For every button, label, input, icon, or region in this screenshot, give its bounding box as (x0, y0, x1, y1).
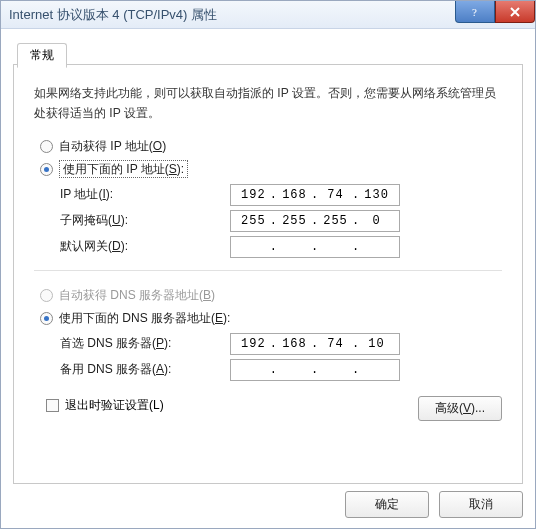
radio-icon (40, 140, 53, 153)
alt-dns-label: 备用 DNS 服务器(A): (60, 361, 230, 378)
titlebar[interactable]: Internet 协议版本 4 (TCP/IPv4) 属性 ? (1, 1, 535, 29)
subnet-mask-input[interactable]: 255. 255. 255. 0 (230, 210, 400, 232)
window-buttons: ? (455, 1, 535, 23)
ip-address-label: IP 地址(I): (60, 186, 230, 203)
window-title: Internet 协议版本 4 (TCP/IPv4) 属性 (9, 6, 217, 24)
alt-dns-input[interactable]: . . . (230, 359, 400, 381)
close-button[interactable] (495, 1, 535, 23)
dialog-window: Internet 协议版本 4 (TCP/IPv4) 属性 ? 常规 如果网络支… (0, 0, 536, 529)
pref-dns-row: 首选 DNS 服务器(P): 192. 168. 74. 10 (60, 333, 502, 355)
radio-icon (40, 163, 53, 176)
radio-manual-dns-label: 使用下面的 DNS 服务器地址(E): (59, 310, 230, 327)
pref-dns-label: 首选 DNS 服务器(P): (60, 335, 230, 352)
radio-auto-dns: 自动获得 DNS 服务器地址(B) (40, 287, 502, 304)
tab-strip: 常规 (13, 39, 523, 63)
help-button[interactable]: ? (455, 1, 495, 23)
tab-general[interactable]: 常规 (17, 43, 67, 68)
cancel-button[interactable]: 取消 (439, 491, 523, 518)
dns-group: 自动获得 DNS 服务器地址(B) 使用下面的 DNS 服务器地址(E): 首选… (34, 270, 502, 381)
gateway-input[interactable]: . . . (230, 236, 400, 258)
tab-panel: 如果网络支持此功能，则可以获取自动指派的 IP 设置。否则，您需要从网络系统管理… (13, 64, 523, 484)
radio-auto-ip-label: 自动获得 IP 地址(O) (59, 138, 166, 155)
ip-address-row: IP 地址(I): 192. 168. 74. 130 (60, 184, 502, 206)
radio-auto-dns-label: 自动获得 DNS 服务器地址(B) (59, 287, 215, 304)
ok-button[interactable]: 确定 (345, 491, 429, 518)
svg-text:?: ? (472, 6, 477, 18)
checkbox-icon (46, 399, 59, 412)
dialog-body: 常规 如果网络支持此功能，则可以获取自动指派的 IP 设置。否则，您需要从网络系… (1, 29, 535, 493)
advanced-button[interactable]: 高级(V)... (418, 396, 502, 421)
radio-manual-ip[interactable]: 使用下面的 IP 地址(S): (40, 161, 502, 178)
pref-dns-input[interactable]: 192. 168. 74. 10 (230, 333, 400, 355)
gateway-label: 默认网关(D): (60, 238, 230, 255)
radio-auto-ip[interactable]: 自动获得 IP 地址(O) (40, 138, 502, 155)
ip-group: 自动获得 IP 地址(O) 使用下面的 IP 地址(S): IP 地址(I): (34, 138, 502, 258)
gateway-row: 默认网关(D): . . . (60, 236, 502, 258)
radio-manual-ip-label: 使用下面的 IP 地址(S): (59, 161, 188, 178)
alt-dns-row: 备用 DNS 服务器(A): . . . (60, 359, 502, 381)
subnet-mask-row: 子网掩码(U): 255. 255. 255. 0 (60, 210, 502, 232)
validate-label: 退出时验证设置(L) (65, 397, 164, 414)
description-text: 如果网络支持此功能，则可以获取自动指派的 IP 设置。否则，您需要从网络系统管理… (34, 83, 502, 124)
radio-manual-dns[interactable]: 使用下面的 DNS 服务器地址(E): (40, 310, 502, 327)
radio-icon (40, 289, 53, 302)
ip-address-input[interactable]: 192. 168. 74. 130 (230, 184, 400, 206)
subnet-mask-label: 子网掩码(U): (60, 212, 230, 229)
radio-icon (40, 312, 53, 325)
dialog-footer: 确定 取消 (345, 491, 523, 518)
